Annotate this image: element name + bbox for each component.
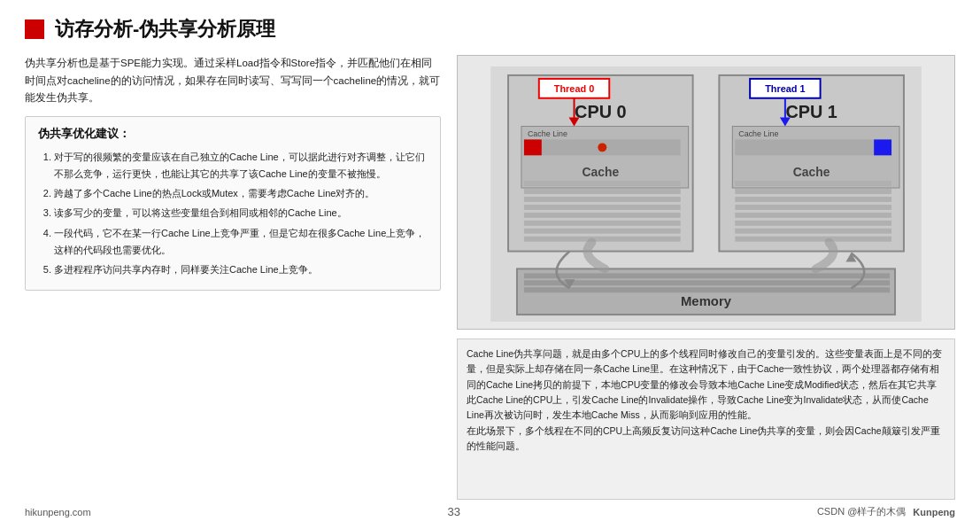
page-title: 访存分析-伪共享分析原理 [55,16,275,43]
right-column: Thread 0 CPU 0 Cache Line Cache [457,55,955,500]
svg-point-9 [598,143,606,152]
footer: hikunpeng.com 33 CSDN @样子的木偶 Kunpeng [25,505,955,518]
footer-kunpeng: Kunpeng [913,507,955,517]
svg-rect-31 [735,189,891,194]
svg-text:Thread 0: Thread 0 [554,83,594,94]
footer-center: 33 [448,505,460,518]
svg-rect-32 [735,197,891,202]
list-item: 跨越了多个Cache Line的热点Lock或Mutex，需要考虑Cache L… [54,185,428,202]
left-column: 伪共享分析也是基于SPE能力实现。通过采样Load指令和Store指令，并匹配他… [25,55,441,500]
diagram-svg: Thread 0 CPU 0 Cache Line Cache [467,66,945,322]
svg-rect-13 [524,197,681,202]
svg-rect-36 [735,229,891,234]
svg-text:Thread 1: Thread 1 [765,83,805,94]
svg-rect-34 [735,213,891,218]
svg-text:CPU 1: CPU 1 [785,102,837,121]
svg-text:Cache: Cache [582,165,619,179]
svg-rect-15 [524,213,681,218]
svg-text:Cache Line: Cache Line [528,129,567,138]
title-row: 访存分析-伪共享分析原理 [25,16,955,43]
svg-rect-12 [524,189,681,194]
suggestion-title: 伪共享优化建议： [38,126,428,142]
svg-rect-8 [524,139,542,155]
bottom-text: Cache Line伪共享问题，就是由多个CPU上的多个线程同时修改自己的变量引… [467,348,942,451]
intro-text: 伪共享分析也是基于SPE能力实现。通过采样Load指令和Store指令，并匹配他… [25,55,441,107]
svg-text:CPU 0: CPU 0 [575,102,627,121]
list-item: 一段代码，它不在某一行Cache Line上竞争严重，但是它却在很多Cache … [54,225,428,260]
footer-right: CSDN @样子的木偶 Kunpeng [817,505,955,518]
page: 访存分析-伪共享分析原理 伪共享分析也是基于SPE能力实现。通过采样Load指令… [0,0,980,529]
content-row: 伪共享分析也是基于SPE能力实现。通过采样Load指令和Store指令，并匹配他… [25,55,955,500]
list-item: 多进程程序访问共享内存时，同样要关注Cache Line上竞争。 [54,261,428,278]
svg-rect-27 [735,139,891,155]
svg-rect-28 [874,139,891,155]
svg-rect-35 [735,221,891,226]
bottom-text-box: Cache Line伪共享问题，就是由多个CPU上的多个线程同时修改自己的变量引… [457,338,955,500]
svg-text:Memory: Memory [681,294,732,308]
svg-rect-42 [524,280,890,285]
svg-rect-18 [524,237,681,242]
svg-rect-43 [524,287,890,292]
svg-rect-41 [524,273,890,278]
footer-csdn: CSDN @样子的木偶 [817,505,906,518]
suggestion-list: 对于写的很频繁的变量应该在自己独立的Cache Line，可以据此进行对齐调整，… [38,149,428,279]
svg-rect-17 [524,229,681,234]
suggestion-box: 伪共享优化建议： 对于写的很频繁的变量应该在自己独立的Cache Line，可以… [25,116,441,292]
svg-rect-16 [524,221,681,226]
svg-rect-37 [735,237,891,242]
svg-text:Cache Line: Cache Line [738,129,778,138]
title-red-box [25,19,44,39]
diagram-area: Thread 0 CPU 0 Cache Line Cache [457,55,955,330]
svg-rect-30 [735,181,891,186]
list-item: 读多写少的变量，可以将这些变量组合到相同或相邻的Cache Line。 [54,205,428,222]
svg-rect-33 [735,205,891,210]
svg-text:Cache: Cache [793,165,830,179]
footer-left: hikunpeng.com [25,507,91,517]
list-item: 对于写的很频繁的变量应该在自己独立的Cache Line，可以据此进行对齐调整，… [54,149,428,183]
svg-rect-14 [524,205,681,210]
svg-rect-11 [524,181,681,186]
